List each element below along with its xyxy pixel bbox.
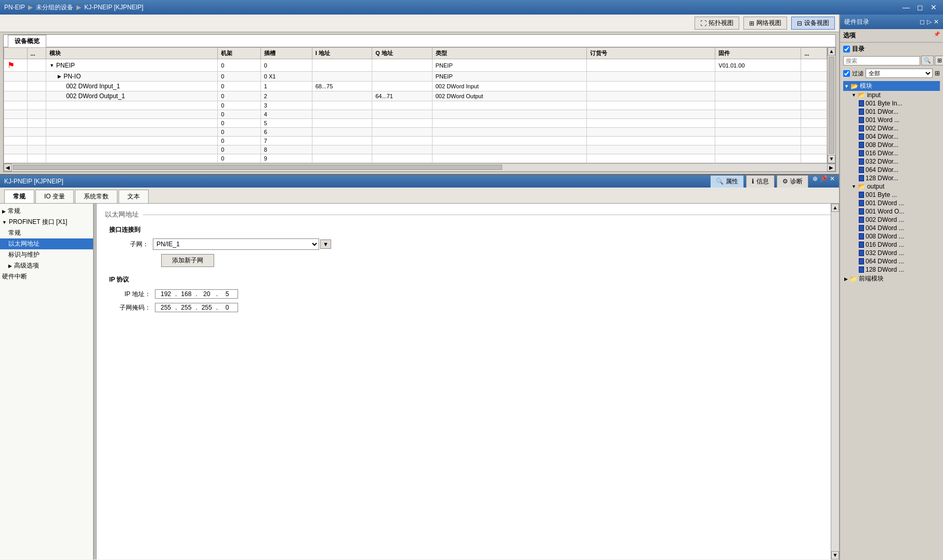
table-row[interactable]: 03 [4,101,827,110]
scroll-left-btn[interactable]: ◀ [4,164,12,171]
right-panel-expand[interactable]: ▷ [927,18,932,25]
diagnostics-button[interactable]: ⚙ 诊断 [777,175,808,188]
mask-seg-4[interactable] [219,304,235,311]
table-scrollbar-v[interactable]: ▲ ▼ [827,47,835,163]
tab-io-vars[interactable]: IO 变量 [35,190,74,203]
table-row[interactable]: 07 [4,137,827,145]
nav-item-profinet[interactable]: ▼ PROFINET 接口 [X1] [0,217,93,228]
tree-folder-modules[interactable]: ▼ 📂 模块 [843,81,940,91]
topology-view-button[interactable]: ⛶ 拓扑视图 [695,17,739,30]
titlebar-segment-2[interactable]: 未分组的设备 [36,3,73,12]
subnet-select[interactable]: PN/IE_1 [153,238,319,250]
list-item[interactable]: 001 Byte ... [858,191,940,199]
list-item[interactable]: 001 Byte In... [858,99,940,108]
catalog-checkbox[interactable] [843,46,850,52]
tab-general[interactable]: 常规 [4,190,34,203]
ip-seg-1[interactable] [158,290,174,298]
nav-item-general[interactable]: ▶ 常规 [0,206,93,217]
list-item[interactable]: 001 DWord ... [858,199,940,207]
list-item[interactable]: 004 DWor... [858,132,940,141]
prop-scrollbar-v[interactable]: ▲ ▼ [831,204,839,559]
hscroll-track[interactable] [12,164,827,171]
nav-item-general2[interactable]: 常规 [0,228,93,238]
list-item[interactable]: 128 DWord ... [858,265,940,274]
list-item[interactable]: 064 DWor... [858,166,940,174]
tree-folder-input[interactable]: ▼ 📂 input [850,91,940,99]
table-row[interactable]: 05 [4,119,827,128]
mask-seg-3[interactable] [199,304,215,311]
properties-button[interactable]: 🔍 属性 [710,175,744,188]
prop-scroll-up[interactable]: ▲ [831,204,839,212]
list-item[interactable]: 032 DWor... [858,157,940,166]
filter-select[interactable]: 全部 [866,69,933,78]
close-button[interactable]: ✕ [928,3,939,11]
tab-text[interactable]: 文本 [119,190,149,203]
list-item[interactable]: 002 DWord ... [858,216,940,224]
scroll-right-btn[interactable]: ▶ [827,164,835,171]
hscroll-thumb[interactable] [13,165,502,170]
list-item[interactable]: 064 DWord ... [858,257,940,265]
info-button[interactable]: ℹ 信息 [746,175,775,188]
list-item[interactable]: 008 DWord ... [858,232,940,241]
list-item[interactable]: 016 DWord ... [858,241,940,249]
table-row[interactable]: ⚑ ▼ PNEIP 0 0 [4,59,827,72]
scroll-up-btn[interactable]: ▲ [828,47,835,56]
nav-item-hw-interrupt[interactable]: 硬件中断 [0,271,93,282]
right-panel-close[interactable]: ✕ [934,18,939,25]
tab-system-constants[interactable]: 系统常数 [75,190,117,203]
add-subnet-button[interactable]: 添加新子网 [161,254,214,267]
search-button[interactable]: 🔍 [921,56,934,65]
nav-item-identity[interactable]: 标识与维护 [0,249,93,260]
mask-seg-2[interactable] [178,304,194,311]
list-item[interactable]: 001 DWor... [858,108,940,116]
search-advanced-button[interactable]: ⊞ [935,56,943,65]
list-item[interactable]: 008 DWor... [858,141,940,149]
right-panel-minimize[interactable]: ◻ [920,18,925,25]
network-view-button[interactable]: ⊞ 网络视图 [743,17,787,30]
table-row[interactable]: 08 [4,145,827,154]
table-row[interactable]: 06 [4,128,827,137]
filter-icon[interactable]: ⊞ [935,70,940,77]
bottom-panel-close-btn[interactable]: ✕ [830,175,835,188]
ip-seg-2[interactable] [178,290,194,298]
row-type-3: 002 DWord Input [432,82,586,91]
list-item[interactable]: 128 DWor... [858,174,940,182]
ip-seg-4[interactable] [219,290,235,298]
nav-item-ethernet[interactable]: 以太网地址 [0,238,93,249]
list-item[interactable]: 016 DWor... [858,149,940,157]
subnet-dropdown-btn[interactable]: ▼ [320,239,331,249]
row-extra-1 [801,59,827,72]
options-pin[interactable]: 📌 [934,31,940,37]
filter-checkbox[interactable] [843,70,850,77]
prop-scroll-track[interactable] [831,212,839,551]
table-row[interactable]: 09 [4,154,827,163]
maximize-button[interactable]: ◻ [915,3,925,11]
device-view-button[interactable]: ⊟ 设备视图 [791,17,835,30]
prop-scroll-down[interactable]: ▼ [831,551,839,559]
device-overview-tab[interactable]: 设备概览 [8,35,46,47]
table-hscrollbar[interactable]: ◀ ▶ [4,163,835,171]
list-item[interactable]: 004 DWord ... [858,224,940,232]
minimize-button[interactable]: — [900,3,912,11]
bottom-panel-copy-btn[interactable]: ⊕ [813,175,818,188]
bottom-panel-pin-btn[interactable]: 📌 [820,175,828,188]
table-row[interactable]: 002 DWord Input_1 0 1 68...75 002 DWord … [4,82,827,91]
search-input[interactable] [843,56,920,65]
titlebar-segment-1[interactable]: PN-EIP [4,4,25,11]
scroll-down-btn[interactable]: ▼ [828,155,835,163]
mask-seg-1[interactable] [158,304,174,311]
tree-folder-frontend[interactable]: ▶ 📁 前端模块 [843,274,940,284]
list-item[interactable]: 002 DWor... [858,124,940,132]
table-row[interactable]: 002 DWord Output_1 0 2 64...71 002 DWord… [4,91,827,101]
col-q-addr: Q 地址 [372,48,433,59]
list-item[interactable]: 001 Word O... [858,207,940,216]
scroll-thumb[interactable] [829,57,834,154]
ip-seg-3[interactable] [199,290,215,298]
nav-item-advanced[interactable]: ▶ 高级选项 [0,260,93,271]
table-row[interactable]: ▶ PN-IO 0 0 X1 PNEIP [4,72,827,82]
list-item[interactable]: 001 Word ... [858,116,940,124]
module-icon [859,233,864,239]
tree-folder-output[interactable]: ▼ 📂 output [850,182,940,191]
table-row[interactable]: 04 [4,110,827,119]
list-item[interactable]: 032 DWord ... [858,249,940,257]
